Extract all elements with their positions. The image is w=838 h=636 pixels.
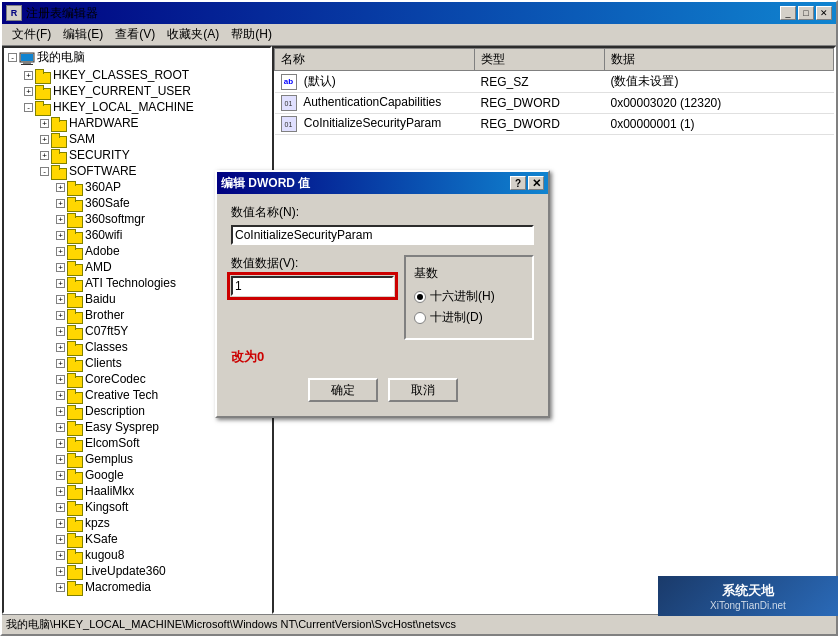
data-value-input[interactable] [231, 276, 394, 296]
radio-hex[interactable]: 十六进制(H) [414, 288, 524, 305]
data-label: 数值数据(V): [231, 255, 394, 272]
change-row: 改为0 [231, 348, 534, 366]
base-group: 基数 十六进制(H) 十进制(D) [404, 255, 534, 340]
dialog-title-bar: 编辑 DWORD 值 ? ✕ [217, 172, 548, 194]
radio-dec-label: 十进制(D) [430, 309, 483, 326]
cancel-button[interactable]: 取消 [388, 378, 458, 402]
change-label: 改为0 [231, 348, 264, 366]
dialog-body: 数值名称(N): 数值数据(V): 基数 十六进制(H) 十进制(D) [217, 194, 548, 416]
edit-dword-dialog: 编辑 DWORD 值 ? ✕ 数值名称(N): 数值数据(V): 基数 [215, 170, 550, 418]
name-label: 数值名称(N): [231, 204, 534, 221]
radio-hex-label: 十六进制(H) [430, 288, 495, 305]
dialog-buttons: 确定 取消 [231, 378, 534, 402]
dialog-help-button[interactable]: ? [510, 176, 526, 190]
dialog-title-controls: ? ✕ [510, 176, 544, 190]
radio-dec[interactable]: 十进制(D) [414, 309, 524, 326]
base-label: 基数 [414, 265, 524, 282]
dialog-data-row: 数值数据(V): 基数 十六进制(H) 十进制(D) [231, 255, 534, 340]
dialog-left-col: 数值数据(V): [231, 255, 394, 340]
dialog-title-text: 编辑 DWORD 值 [221, 175, 310, 192]
radio-hex-circle[interactable] [414, 291, 426, 303]
dialog-close-button[interactable]: ✕ [528, 176, 544, 190]
name-input[interactable] [231, 225, 534, 245]
ok-button[interactable]: 确定 [308, 378, 378, 402]
radio-dec-circle[interactable] [414, 312, 426, 324]
dialog-overlay: 编辑 DWORD 值 ? ✕ 数值名称(N): 数值数据(V): 基数 [0, 0, 838, 636]
